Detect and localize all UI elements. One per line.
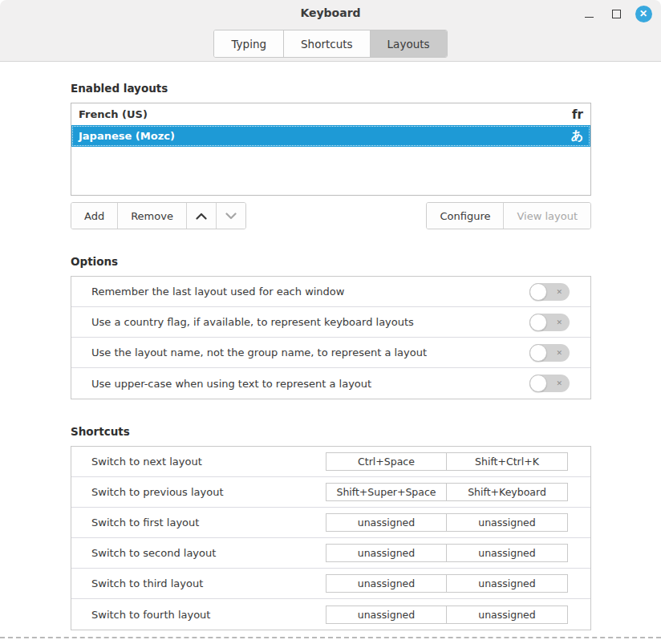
enabled-layouts-heading: Enabled layouts [71, 82, 591, 95]
keyboard-settings-window: Keyboard ✕ Typing Shortcuts Layouts [0, 0, 661, 644]
shortcut-binding-button[interactable]: unassigned [447, 514, 567, 531]
layout-list-actions: Add Remove Configure View layout [71, 202, 591, 229]
layout-row-japanese[interactable]: Japanese (Mozc) あ [71, 125, 590, 147]
maximize-icon [612, 10, 621, 18]
toggle-off-icon: ✕ [556, 318, 562, 326]
view-layout-button[interactable]: View layout [504, 203, 590, 229]
minimize-icon [585, 17, 594, 18]
layout-indicator-badge: あ [571, 128, 583, 144]
shortcut-label: Switch to next layout [91, 456, 202, 468]
option-row-remember-layout: Remember the last layout used for each w… [71, 277, 590, 307]
shortcut-label: Switch to fourth layout [91, 609, 210, 621]
options-list: Remember the last layout used for each w… [71, 276, 591, 399]
layout-name: French (US) [79, 108, 148, 120]
shortcut-binding-button[interactable]: unassigned [326, 606, 447, 623]
shortcut-binding-button[interactable]: unassigned [326, 575, 447, 592]
configure-button[interactable]: Configure [427, 203, 504, 229]
toggle-knob [529, 283, 547, 301]
shortcut-binding-button[interactable]: Ctrl+Space [326, 453, 447, 470]
add-button[interactable]: Add [71, 203, 118, 229]
remove-button[interactable]: Remove [118, 203, 187, 229]
tab-typing[interactable]: Typing [214, 30, 284, 57]
maximize-button[interactable] [606, 4, 626, 23]
option-label: Remember the last layout used for each w… [91, 286, 344, 298]
option-row-country-flag: Use a country flag, if available, to rep… [71, 307, 590, 338]
shortcut-row-third-layout: Switch to third layout unassigned unassi… [71, 569, 590, 599]
options-heading: Options [71, 255, 591, 268]
shortcut-binding-button[interactable]: Shift+Super+Space [326, 484, 447, 500]
minimize-button[interactable] [579, 4, 598, 23]
toggle-switch-remember-layout[interactable]: ✕ [529, 283, 570, 301]
window-header: Keyboard ✕ Typing Shortcuts Layouts [0, 0, 661, 62]
shortcut-binding-button[interactable]: unassigned [326, 514, 447, 531]
toggle-knob [529, 344, 547, 362]
option-label: Use the layout name, not the group name,… [91, 346, 427, 358]
toggle-knob [529, 314, 547, 331]
toggle-off-icon: ✕ [556, 288, 562, 295]
shortcuts-heading: Shortcuts [71, 425, 591, 438]
window-title: Keyboard [0, 6, 661, 19]
tab-layouts[interactable]: Layouts [371, 30, 447, 57]
window-bottom-edge [0, 637, 661, 638]
shortcut-label: Switch to third layout [91, 577, 203, 589]
toggle-switch-country-flag[interactable]: ✕ [529, 314, 570, 331]
layout-row-french[interactable]: French (US) fr [71, 103, 590, 125]
close-icon: ✕ [635, 6, 652, 22]
shortcut-row-next-layout: Switch to next layout Ctrl+Space Shift+C… [71, 447, 590, 477]
shortcut-binding-button[interactable]: Shift+Keyboard [447, 484, 567, 500]
shortcut-row-fourth-layout: Switch to fourth layout unassigned unass… [71, 599, 590, 630]
layout-name: Japanese (Mozc) [79, 130, 175, 142]
shortcut-binding-button[interactable]: Shift+Ctrl+K [447, 453, 567, 470]
shortcut-binding-button[interactable]: unassigned [447, 545, 567, 561]
window-controls: ✕ [579, 4, 653, 23]
tab-switcher: Typing Shortcuts Layouts [0, 30, 661, 58]
move-down-button[interactable] [217, 203, 245, 229]
option-label: Use a country flag, if available, to rep… [91, 316, 414, 328]
shortcut-label: Switch to first layout [91, 516, 199, 529]
toggle-switch-layout-name[interactable]: ✕ [529, 344, 570, 362]
close-button[interactable]: ✕ [634, 4, 653, 23]
tab-shortcuts[interactable]: Shortcuts [284, 30, 371, 57]
chevron-down-icon [225, 213, 237, 220]
toggle-off-icon: ✕ [556, 380, 562, 387]
chevron-up-icon [196, 213, 207, 220]
option-row-upper-case: Use upper-case when using text to repres… [71, 368, 590, 399]
option-row-layout-name: Use the layout name, not the group name,… [71, 338, 590, 368]
shortcuts-list: Switch to next layout Ctrl+Space Shift+C… [71, 446, 591, 630]
shortcut-binding-button[interactable]: unassigned [326, 545, 447, 561]
layouts-list: French (US) fr Japanese (Mozc) あ [71, 103, 591, 196]
layout-indicator-badge: fr [572, 107, 583, 122]
toggle-off-icon: ✕ [556, 349, 562, 356]
shortcut-row-previous-layout: Switch to previous layout Shift+Super+Sp… [71, 477, 590, 508]
shortcut-label: Switch to previous layout [91, 486, 224, 498]
shortcut-row-first-layout: Switch to first layout unassigned unassi… [71, 508, 590, 538]
shortcut-label: Switch to second layout [91, 547, 216, 559]
shortcut-row-second-layout: Switch to second layout unassigned unass… [71, 538, 590, 569]
option-label: Use upper-case when using text to repres… [91, 378, 371, 390]
move-up-button[interactable] [187, 203, 217, 229]
shortcut-binding-button[interactable]: unassigned [447, 606, 567, 623]
toggle-knob [529, 375, 547, 392]
shortcut-binding-button[interactable]: unassigned [447, 575, 567, 592]
titlebar[interactable]: Keyboard ✕ [0, 0, 661, 26]
toggle-switch-upper-case[interactable]: ✕ [529, 375, 570, 392]
